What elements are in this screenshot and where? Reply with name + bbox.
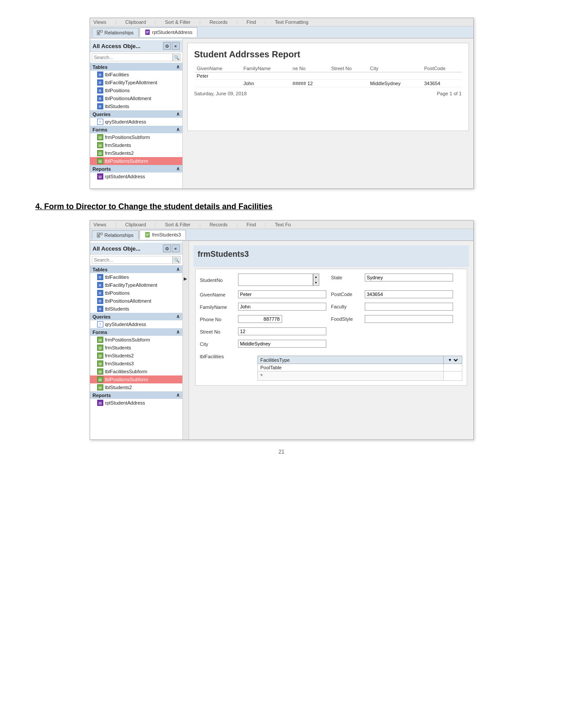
- nav-item-frmstudents[interactable]: ▤ frmStudents: [90, 141, 182, 149]
- queries-label: Queries: [93, 112, 111, 117]
- nav-item-rptstudentaddress[interactable]: ▤ rptStudentAddress: [90, 173, 182, 180]
- input-postcode[interactable]: [365, 290, 453, 298]
- asterisk-icon: *: [261, 372, 263, 379]
- nav-search-input[interactable]: [92, 53, 173, 61]
- nav-item-tblstudents[interactable]: ⊞ tblStudents: [90, 102, 182, 110]
- bottom-nav-item-frmpositionssubform[interactable]: ▤ frmPositionsSubform: [90, 336, 182, 344]
- input-givenname[interactable]: [238, 290, 326, 298]
- bottom-nav-item-frmstudents3[interactable]: ▤ frmStudents3: [90, 360, 182, 368]
- nav-item-label: tblFacilities: [105, 274, 129, 280]
- form-left-col-2: GivenName: [200, 290, 331, 301]
- form-header-area: frmStudents3: [193, 245, 469, 267]
- tab-rpt-student-address[interactable]: rptStudentAddress: [140, 27, 197, 37]
- postcode-row: PostCode: [331, 290, 462, 298]
- new-row: *: [257, 372, 462, 381]
- tab-relationships-2[interactable]: Relationships: [92, 230, 139, 240]
- bottom-nav-section-tables[interactable]: Tables ∧: [90, 266, 182, 273]
- bottom-nav-item-tblfacilitiessubform[interactable]: ▤ tblFacilitiesSubform: [90, 368, 182, 375]
- nav-item-label: frmStudents2: [105, 150, 134, 156]
- bottom-nav-item-qrystudentaddress[interactable]: ? qryStudentAddress: [90, 320, 182, 328]
- scroll-down-btn[interactable]: ▼: [314, 280, 319, 286]
- input-city[interactable]: [238, 340, 326, 348]
- nav-item-label: qryStudentAddress: [105, 119, 147, 124]
- bottom-nav-item-frmstudents2[interactable]: ▤ frmStudents2: [90, 352, 182, 360]
- nav-section-queries[interactable]: Queries ∧: [90, 110, 182, 118]
- bottom-nav-item-tblfacilitytypeallottment[interactable]: ⊞ tblFacilityTypeAllottment: [90, 281, 182, 289]
- bottom-queries-label: Queries: [93, 314, 111, 319]
- nav-item-frmstudents2[interactable]: ▤ frmStudents2: [90, 149, 182, 157]
- nav-item-label: frmPositionsSubform: [105, 337, 150, 342]
- bottom-nav-all-objects-btn[interactable]: ⊙: [163, 244, 171, 252]
- nav-title: All Access Obje...: [93, 43, 162, 49]
- studentno-row: StudentNo ▲ ▼: [200, 274, 331, 286]
- bottom-nav-item-tblfacilities[interactable]: ⊞ tblFacilities: [90, 273, 182, 281]
- bottom-table-icon-5: ⊞: [97, 306, 103, 312]
- bottom-nav-section-queries[interactable]: Queries ∧: [90, 313, 182, 320]
- col-dropdown[interactable]: ▼: [443, 356, 462, 364]
- bottom-table-icon-2: ⊞: [97, 282, 103, 288]
- ribbon-bar: Views | Clipboard | Sort & Filter | Reco…: [90, 18, 473, 26]
- nav-item-label: tblPositions: [105, 88, 130, 93]
- input-phoneno[interactable]: [238, 315, 282, 323]
- cell-familyname: [241, 72, 290, 80]
- form-row-studentno: StudentNo ▲ ▼ State: [200, 274, 462, 289]
- tab-rpt-label: rptStudentAddress: [152, 30, 193, 35]
- familyname-row: FamilyName: [200, 303, 331, 311]
- nav-item-label: rptStudentAddress: [105, 400, 145, 405]
- nav-all-objects-btn[interactable]: ⊙: [163, 42, 171, 50]
- cell-givenname: [194, 80, 241, 87]
- nav-section-forms[interactable]: Forms ∧: [90, 126, 182, 133]
- input-familyname[interactable]: [238, 303, 326, 311]
- bottom-nav-item-rptstudentaddress[interactable]: ▤ rptStudentAddress: [90, 399, 182, 407]
- input-faculty[interactable]: [365, 303, 453, 311]
- bottom-form-icon-5: ▤: [97, 368, 103, 375]
- nav-item-qrystudentaddress[interactable]: ? qryStudentAddress: [90, 118, 182, 126]
- nav-item-frmpositionssubform[interactable]: ▤ frmPositionsSubform: [90, 133, 182, 141]
- bottom-nav-collapse-btn[interactable]: «: [172, 244, 180, 252]
- input-streetno[interactable]: [238, 327, 326, 335]
- form-left-col-4: Phone No: [200, 315, 331, 326]
- bottom-nav-item-tblpositions[interactable]: ⊞ tblPositions: [90, 289, 182, 297]
- tab-relationships[interactable]: Relationships: [92, 28, 139, 37]
- nav-item-label: tblFacilityTypeAllottment: [105, 282, 158, 288]
- bottom-nav-item-tblstudents2[interactable]: ▤ tblStudents2: [90, 383, 182, 391]
- report-page: Page 1 of 1: [437, 91, 461, 96]
- tables-label: Tables: [93, 64, 108, 70]
- bottom-nav-item-frmstudents[interactable]: ▤ frmStudents: [90, 344, 182, 352]
- nav-item-label: tblPositionsAllottment: [105, 96, 151, 101]
- nav-collapse-btn[interactable]: «: [172, 42, 180, 50]
- bottom-nav-search-input[interactable]: [92, 256, 173, 264]
- bottom-nav-item-tblpositionssubform-selected[interactable]: ▤ tblPositionsSubform: [90, 375, 182, 383]
- bottom-nav-item-tblstudents[interactable]: ⊞ tblStudents: [90, 305, 182, 313]
- nav-section-tables[interactable]: Tables ∧: [90, 63, 182, 71]
- top-main-area: All Access Obje... ⊙ « 🔍 Tables ∧ ⊞ tblF…: [90, 38, 473, 188]
- streetno-row: Street No: [200, 327, 462, 335]
- nav-item-tblpositions[interactable]: ⊞ tblPositions: [90, 86, 182, 94]
- input-studentno[interactable]: [238, 274, 313, 286]
- table-icon-5: ⊞: [97, 103, 103, 109]
- reports-collapse-icon: ∧: [176, 166, 180, 172]
- nav-search-btn[interactable]: 🔍: [173, 53, 181, 61]
- tab-frmstudents3[interactable]: frmStudents3: [140, 230, 186, 240]
- form-icon-4: ▤: [97, 158, 103, 164]
- input-foodstyle[interactable]: [365, 315, 453, 323]
- scroll-up-btn[interactable]: ▲: [314, 274, 319, 280]
- top-content-area: Student Addrsses Report GivenName Family…: [183, 38, 473, 188]
- nav-item-tblpositionssubform-selected[interactable]: ▤ tblPositionsSubform: [90, 157, 182, 165]
- bottom-forms-label: Forms: [93, 330, 108, 335]
- nav-search-row: 🔍: [90, 52, 182, 63]
- bottom-tables-label: Tables: [93, 267, 108, 272]
- nav-item-label: tblPositionsAllottment: [105, 298, 151, 304]
- nav-item-label: frmStudents2: [105, 353, 134, 358]
- facilities-dropdown[interactable]: ▼: [446, 357, 459, 363]
- nav-item-tblfacilities[interactable]: ⊞ tblFacilities: [90, 71, 182, 79]
- bottom-nav-item-tblpositionsallottment[interactable]: ⊞ tblPositionsAllottment: [90, 297, 182, 305]
- bottom-nav-search-btn[interactable]: 🔍: [173, 256, 181, 264]
- nav-section-reports[interactable]: Reports ∧: [90, 165, 182, 173]
- nav-item-tblfacilitytypeallottment[interactable]: ⊞ tblFacilityTypeAllottment: [90, 79, 182, 86]
- input-state[interactable]: [365, 274, 453, 281]
- nav-item-tblpositionsallottment[interactable]: ⊞ tblPositionsAllottment: [90, 94, 182, 102]
- nav-item-label: frmStudents3: [105, 361, 134, 366]
- bottom-nav-section-forms[interactable]: Forms ∧: [90, 328, 182, 336]
- bottom-nav-section-reports[interactable]: Reports ∧: [90, 391, 182, 399]
